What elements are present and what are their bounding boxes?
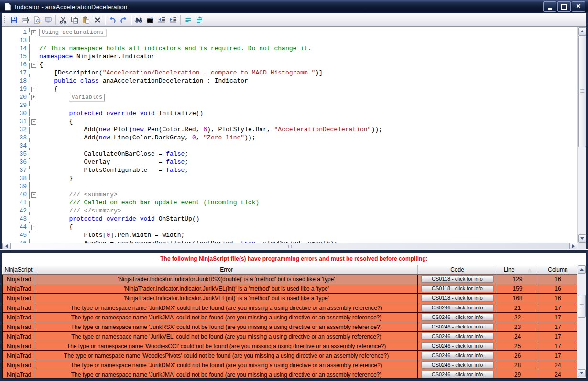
scroll-down-button[interactable] — [578, 234, 586, 243]
uncomment-button[interactable] — [194, 15, 205, 25]
editor-horizontal-scrollbar[interactable] — [2, 243, 578, 249]
code-content: // This namespace holds all indicators a… — [38, 44, 312, 53]
error-row[interactable]: NinjaTrad'NinjaTrader.Indicator.Indicato… — [3, 284, 578, 294]
fold-margin — [30, 36, 38, 44]
error-script-cell: NinjaTrad — [3, 313, 35, 322]
code-content: Add(new Line(Color.DarkGray, 0, "Zero li… — [38, 134, 256, 142]
cut-button[interactable] — [57, 15, 69, 25]
code-line-41: 41 /// Called on each bar update event (… — [2, 199, 578, 207]
fold-expand-icon[interactable]: + — [31, 30, 36, 35]
fold-margin — [30, 101, 38, 109]
code-content: PlotsConfigurable = false; — [38, 166, 188, 174]
error-row[interactable]: NinjaTrad'NinjaTrader.Indicator.Indicato… — [3, 294, 578, 303]
fold-margin: − — [30, 61, 38, 69]
error-code-button[interactable]: CS0246 - click for info — [421, 371, 494, 378]
print-preview-button[interactable] — [31, 15, 43, 25]
code-line-18: 18 public class anaAccelerationDecelerat… — [2, 77, 578, 85]
error-code-button[interactable]: CS0246 - click for info — [421, 333, 494, 340]
fold-collapse-icon[interactable]: − — [31, 87, 36, 92]
help-button[interactable] — [43, 15, 54, 25]
column-header-line[interactable]: Line△ — [497, 265, 538, 275]
fold-expand-icon[interactable]: + — [31, 95, 36, 100]
column-header-code[interactable]: Code — [418, 265, 497, 275]
error-code-cell: CS0246 - click for info — [418, 370, 497, 379]
error-column-cell: 24 — [538, 370, 578, 379]
scroll-up-button[interactable] — [578, 265, 586, 274]
minimize-button[interactable] — [543, 1, 556, 12]
error-vertical-scrollbar[interactable] — [577, 265, 586, 378]
error-row[interactable]: NinjaTradThe type or namespace name 'Jur… — [3, 322, 578, 332]
error-message-cell: The type or namespace name 'JurikDMX' co… — [35, 303, 418, 313]
code-line-44: 44− { — [2, 223, 578, 231]
column-header-ninjascript[interactable]: NinjaScript — [3, 265, 35, 275]
fold-margin — [30, 69, 38, 77]
fold-collapse-icon[interactable]: − — [31, 225, 36, 230]
vertical-scroll-thumb[interactable] — [578, 35, 586, 147]
error-column-cell: 16 — [538, 284, 578, 294]
error-code-button[interactable]: CS0118 - click for info — [421, 295, 494, 302]
column-header-error[interactable]: Error — [35, 265, 418, 275]
comment-button[interactable] — [182, 15, 194, 25]
print-button[interactable] — [20, 15, 31, 25]
fold-margin — [30, 231, 38, 239]
error-row[interactable]: NinjaTrad'NinjaTrader.Indicator.Indicato… — [3, 275, 578, 284]
code-line-14: 14// This namespace holds all indicators… — [2, 44, 578, 53]
editor-vertical-scrollbar[interactable] — [577, 27, 586, 243]
collapsed-region[interactable]: Variables — [69, 94, 105, 101]
window-controls: × — [543, 1, 588, 12]
error-code-button[interactable]: CS0118 - click for info — [421, 285, 494, 292]
error-code-button[interactable]: CS0246 - click for info — [421, 352, 494, 359]
error-line-cell: 159 — [497, 284, 538, 294]
fold-collapse-icon[interactable]: − — [31, 192, 36, 198]
template-button[interactable] — [144, 15, 156, 25]
error-row[interactable]: NinjaTradThe type or namespace name 'Jur… — [3, 332, 578, 341]
maximize-button[interactable] — [557, 1, 571, 12]
line-number: 37 — [2, 166, 30, 174]
error-code-button[interactable]: CS0246 - click for info — [421, 361, 494, 369]
find-button[interactable] — [133, 15, 144, 25]
error-row[interactable]: NinjaTradThe type or namespace name 'Jur… — [3, 303, 578, 313]
scroll-up-button[interactable] — [578, 27, 586, 35]
error-row[interactable]: NinjaTradThe type or namespace name 'Jur… — [3, 360, 578, 370]
outdent-button[interactable] — [156, 15, 167, 25]
code-text-area[interactable]: 1+Using declarations1314// This namespac… — [2, 27, 578, 243]
vertical-scroll-thumb[interactable] — [578, 295, 586, 318]
error-row[interactable]: NinjaTradThe type or namespace name 'Woo… — [3, 351, 578, 360]
toolbar-grip[interactable] — [4, 16, 6, 24]
error-code-button[interactable]: CS0246 - click for info — [421, 304, 494, 311]
error-row[interactable]: NinjaTradThe type or namespace name 'Jur… — [3, 370, 578, 379]
delete-icon — [94, 16, 101, 24]
fold-collapse-icon[interactable]: − — [31, 63, 36, 68]
fold-collapse-icon[interactable]: − — [31, 119, 36, 125]
error-code-button[interactable]: CS0118 - click for info — [421, 275, 494, 283]
error-code-button[interactable]: CS0246 - click for info — [421, 342, 494, 349]
copy-button[interactable] — [69, 15, 80, 25]
column-header-column[interactable]: Column — [538, 265, 578, 275]
error-script-cell: NinjaTrad — [3, 351, 35, 360]
error-line-cell: 24 — [497, 332, 538, 341]
error-code-button[interactable]: CS0246 - click for info — [421, 323, 494, 330]
undo-button[interactable] — [107, 15, 118, 25]
line-number: 13 — [2, 36, 30, 44]
error-code-button[interactable]: CS0246 - click for info — [421, 314, 494, 321]
redo-button[interactable] — [118, 15, 130, 25]
collapsed-region[interactable]: Using declarations — [39, 29, 106, 36]
maximize-icon — [561, 4, 567, 10]
fold-margin — [30, 150, 38, 158]
delete-button[interactable] — [92, 15, 103, 25]
line-number: 30 — [2, 109, 30, 117]
error-script-cell: NinjaTrad — [3, 370, 35, 379]
error-banner: The following NinjaScript file(s) have p… — [2, 253, 586, 265]
line-number: 31 — [2, 117, 30, 126]
line-number: 35 — [2, 150, 30, 158]
error-row[interactable]: NinjaTradThe type or namespace name 'Jur… — [3, 313, 578, 322]
error-row[interactable]: NinjaTradThe type or namespace name 'Woo… — [3, 341, 578, 351]
save-button[interactable] — [8, 15, 20, 25]
document-icon — [4, 3, 11, 11]
close-button[interactable]: × — [572, 1, 585, 12]
indent-button[interactable] — [167, 15, 179, 25]
paste-button[interactable] — [80, 15, 92, 25]
fold-margin — [30, 174, 38, 182]
scroll-down-button[interactable] — [578, 369, 586, 377]
panel-splitter[interactable] — [0, 249, 588, 253]
